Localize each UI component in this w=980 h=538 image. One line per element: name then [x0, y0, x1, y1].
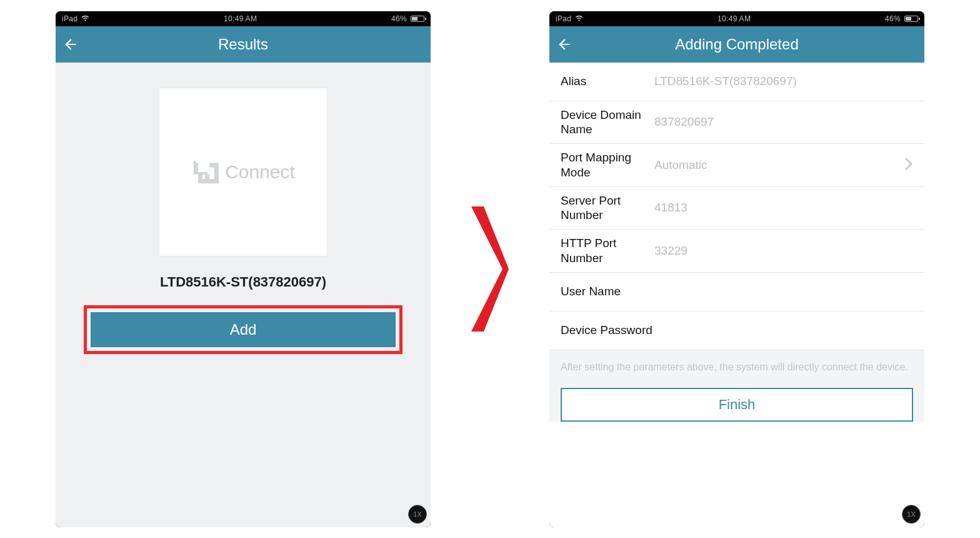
device-thumbnail: Connect [159, 88, 328, 256]
status-time: 10:49 AM [224, 14, 257, 23]
password-label: Device Password [561, 323, 654, 338]
server-port-label: Server Port Number [561, 193, 654, 223]
back-button[interactable] [56, 29, 86, 59]
add-button[interactable]: Add [91, 312, 396, 347]
domain-label: Device Domain Name [561, 108, 654, 138]
field-row-http-port[interactable]: HTTP Port Number 33229 [549, 230, 924, 273]
device-name-label: LTD8516K-ST(837820697) [160, 274, 326, 290]
connect-icon [191, 158, 219, 186]
status-time: 10:49 AM [718, 14, 751, 23]
http-port-label: HTTP Port Number [561, 236, 654, 266]
page-title: Results [56, 36, 431, 53]
field-row-domain[interactable]: Device Domain Name 837820697 [549, 101, 924, 145]
device-frame-right: iPad 10:49 AM 46% Adding Completed Alias [549, 11, 924, 527]
zoom-badge: 1X [408, 505, 427, 524]
page-title: Adding Completed [549, 36, 924, 53]
tutorial-step-layout: iPad 10:49 AM 46% Results [0, 0, 980, 538]
app-header: Results [56, 26, 431, 63]
zoom-badge: 1X [902, 505, 921, 524]
field-row-alias[interactable]: Alias LTD8516K-ST(837820697) [549, 63, 924, 101]
server-port-value: 41813 [654, 201, 913, 215]
portmap-value: Automatic [654, 158, 904, 172]
status-battery-pct: 46% [391, 14, 407, 23]
flow-arrow-icon [468, 203, 512, 335]
thumbnail-label: Connect [225, 161, 295, 183]
alias-label: Alias [561, 74, 654, 89]
status-device-label: iPad [556, 14, 571, 23]
field-row-server-port[interactable]: Server Port Number 41813 [549, 187, 924, 230]
field-row-port-mapping[interactable]: Port Mapping Mode Automatic [549, 144, 924, 187]
finish-button-label: Finish [719, 397, 756, 413]
field-row-username[interactable]: User Name [549, 273, 924, 312]
app-body: Alias LTD8516K-ST(837820697) Device Doma… [549, 63, 924, 527]
chevron-right-icon [904, 158, 913, 173]
app-header: Adding Completed [549, 26, 924, 63]
field-row-password[interactable]: Device Password [549, 312, 924, 350]
status-device-label: iPad [62, 14, 78, 23]
footnote-text: After setting the parameters above, the … [549, 350, 924, 380]
username-label: User Name [561, 284, 654, 299]
wifi-icon [81, 14, 89, 23]
device-frame-left: iPad 10:49 AM 46% Results [56, 11, 431, 527]
arrow-left-icon [556, 36, 572, 53]
finish-button[interactable]: Finish [561, 388, 913, 422]
arrow-left-icon [62, 36, 79, 53]
back-button[interactable] [549, 29, 579, 59]
battery-icon [904, 16, 918, 22]
status-battery-pct: 46% [885, 14, 901, 23]
http-port-value: 33229 [654, 244, 913, 258]
ios-status-bar: iPad 10:49 AM 46% [56, 11, 431, 26]
wifi-icon [575, 14, 583, 23]
portmap-label: Port Mapping Mode [561, 150, 654, 180]
battery-icon [411, 16, 424, 22]
app-body: Connect LTD8516K-ST(837820697) Add [56, 63, 431, 527]
svg-marker-0 [471, 206, 509, 332]
ios-status-bar: iPad 10:49 AM 46% [549, 11, 924, 26]
alias-value: LTD8516K-ST(837820697) [654, 74, 913, 88]
domain-value: 837820697 [654, 115, 913, 129]
add-button-label: Add [230, 321, 257, 338]
add-button-highlight: Add [84, 305, 402, 354]
